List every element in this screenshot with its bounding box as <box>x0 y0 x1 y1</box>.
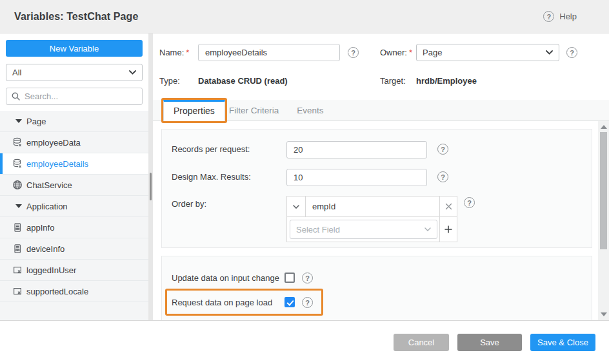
variables-dialog: Variables: TestChat Page Help New Variab… <box>0 0 609 364</box>
update-on-input-help-icon[interactable] <box>302 273 313 283</box>
scroll-down-icon[interactable] <box>601 312 607 316</box>
annotation-box-request-on-load: Request data on page load <box>165 289 323 316</box>
sidebar-item-label: employeeDetails <box>26 159 88 169</box>
chevron-down-icon <box>129 70 136 75</box>
sidebar-item-label: Application <box>26 202 68 211</box>
request-on-load-label: Request data on page load <box>172 298 272 307</box>
variables-tree: PageemployeeDataemployeeDetailsChatServi… <box>0 111 148 320</box>
scroll-up-icon[interactable] <box>601 125 607 129</box>
owner-label: Owner:* <box>380 48 412 57</box>
sidebar-item-employeeData[interactable]: employeeData <box>0 132 148 153</box>
add-order-field-button[interactable] <box>439 217 457 242</box>
new-variable-button[interactable]: New Variable <box>6 40 143 57</box>
cancel-button[interactable]: Cancel <box>394 334 449 351</box>
sidebar-item-ChatService[interactable]: ChatService <box>0 175 148 196</box>
help-link[interactable]: Help <box>543 11 577 22</box>
request-on-load-checkbox[interactable] <box>285 297 295 307</box>
records-help-icon[interactable] <box>437 144 448 155</box>
required-asterisk: * <box>409 48 412 57</box>
required-asterisk: * <box>186 48 189 57</box>
save-button[interactable]: Save <box>457 334 522 351</box>
tab-filter-criteria[interactable]: Filter Criteria <box>220 100 288 121</box>
sidebar-item-supportedLocale[interactable]: supportedLocale <box>0 281 148 302</box>
sidebar-item-deviceInfo[interactable]: deviceInfo <box>0 238 148 260</box>
order-direction-toggle[interactable] <box>287 196 306 216</box>
sidebar-item-appInfo[interactable]: appInfo <box>0 217 148 238</box>
design-max-results-input[interactable] <box>286 169 427 186</box>
order-by-help-icon[interactable] <box>464 197 475 208</box>
plus-icon <box>444 225 452 233</box>
content-scrollbar-thumb[interactable] <box>600 132 607 249</box>
variables-sidebar: New Variable All PageemployeeDataemploye… <box>0 34 148 320</box>
data-settings-panel: Records per request: Design Max. Results… <box>161 129 592 248</box>
caret-down-icon <box>15 204 22 209</box>
sidebar-scrollbar[interactable] <box>148 34 153 320</box>
variable-filter-select[interactable]: All <box>6 64 143 81</box>
sidebar-item-label: loggedInUser <box>26 265 76 275</box>
search-icon <box>12 92 20 101</box>
update-on-input-label: Update data on input change <box>172 273 279 283</box>
sidebar-scrollbar-thumb[interactable] <box>150 173 152 200</box>
order-by-label: Order by: <box>172 199 206 209</box>
sidebar-item-label: deviceInfo <box>26 244 65 254</box>
owner-value: Page <box>423 48 442 57</box>
sidebar-item-label: employeeData <box>26 138 81 148</box>
chevron-down-icon <box>546 50 553 55</box>
search-input[interactable] <box>25 91 138 101</box>
variable-filter-value: All <box>12 68 21 77</box>
sidebar-item-label: appInfo <box>26 223 54 233</box>
order-by-field-value: empId <box>306 196 439 216</box>
caret-down-icon <box>15 119 22 124</box>
variable-icon <box>12 286 23 296</box>
device-icon <box>12 244 23 254</box>
sidebar-item-loggedInUser[interactable]: loggedInUser <box>0 260 148 281</box>
type-value: Database CRUD (read) <box>198 76 288 86</box>
close-icon <box>445 203 452 210</box>
dialog-header: Variables: TestChat Page Help <box>0 0 609 34</box>
chevron-down-icon <box>293 205 299 209</box>
help-label: Help <box>559 12 577 21</box>
sidebar-item-employeeDetails[interactable]: employeeDetails <box>0 153 148 175</box>
globe-icon <box>12 180 23 190</box>
database-icon <box>12 137 23 148</box>
help-icon[interactable] <box>543 11 554 22</box>
dialog-footer: Cancel Save Save & Close <box>0 320 609 364</box>
select-field-dropdown[interactable]: Select Field <box>290 220 437 239</box>
tab-events[interactable]: Events <box>288 100 332 121</box>
sidebar-item-Application[interactable]: Application <box>0 196 148 217</box>
behavior-panel: Update data on input change Request data… <box>161 256 592 320</box>
variable-icon <box>12 265 23 275</box>
database-icon <box>12 158 23 169</box>
properties-tab-content: Records per request: Design Max. Results… <box>153 121 609 320</box>
annotation-box-properties-tab: Properties <box>161 98 227 123</box>
owner-select[interactable]: Page <box>416 44 559 61</box>
name-label: Name:* <box>159 48 189 57</box>
save-and-close-button[interactable]: Save & Close <box>530 334 595 351</box>
device-icon <box>12 222 23 233</box>
sidebar-item-label: Page <box>26 117 46 126</box>
update-on-input-checkbox[interactable] <box>285 273 295 283</box>
page-title: Variables: TestChat Page <box>14 11 138 23</box>
records-per-request-label: Records per request: <box>172 144 250 154</box>
records-per-request-input[interactable] <box>286 141 427 158</box>
sidebar-item-Page[interactable]: Page <box>0 111 148 132</box>
select-field-placeholder: Select Field <box>296 225 340 235</box>
variable-editor: Name:* Owner:* Page Type: Database CRUD … <box>153 34 609 320</box>
tab-properties[interactable]: Properties <box>163 100 225 121</box>
chevron-down-icon <box>424 227 431 231</box>
target-value: hrdb/Employee <box>416 76 477 86</box>
variable-search[interactable] <box>6 88 143 105</box>
name-input[interactable] <box>198 44 340 61</box>
name-help-icon[interactable] <box>348 47 359 58</box>
type-label: Type: <box>159 76 180 86</box>
owner-help-icon[interactable] <box>566 47 577 58</box>
remove-order-field-button[interactable] <box>439 196 457 216</box>
sidebar-item-label: supportedLocale <box>26 287 88 296</box>
order-by-widget: empId Select Field <box>286 196 457 242</box>
request-on-load-help-icon[interactable] <box>302 297 313 308</box>
content-scrollbar[interactable] <box>598 121 609 320</box>
design-max-results-label: Design Max. Results: <box>172 172 251 182</box>
tab-bar: Properties Filter Criteria Events <box>153 100 609 121</box>
sidebar-item-label: ChatService <box>26 180 72 190</box>
design-max-help-icon[interactable] <box>437 171 448 182</box>
